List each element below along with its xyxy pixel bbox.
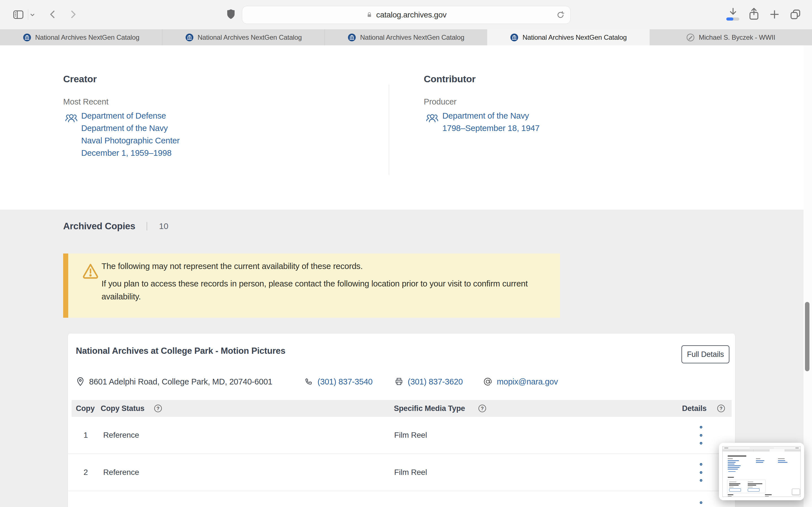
contributor-role-label: Producer <box>424 97 456 107</box>
back-icon[interactable] <box>47 8 59 20</box>
count-divider <box>147 222 147 230</box>
copy-status: Reference <box>103 468 139 477</box>
download-progress-bar <box>726 17 739 20</box>
location-address: 8601 Adelphi Road, College Park, MD, 207… <box>76 375 272 388</box>
location-card: National Archives at College Park - Moti… <box>68 333 735 507</box>
scrollbar-track <box>804 45 812 507</box>
archives-favicon <box>185 33 194 42</box>
share-icon[interactable] <box>747 7 761 21</box>
column-divider <box>389 85 389 175</box>
tab-label: Michael S. Byczek - WWII <box>699 34 775 41</box>
forward-icon[interactable] <box>67 8 79 20</box>
download-icon[interactable] <box>727 7 739 17</box>
tab-nextgen-catalog-2[interactable]: National Archives NextGen Catalog <box>162 29 325 45</box>
copy-number: 1 <box>82 431 89 440</box>
chevron-down-icon[interactable] <box>29 11 36 18</box>
row-menu-kebab-icon[interactable] <box>699 426 703 445</box>
availability-warning: The following may not represent the curr… <box>63 253 560 318</box>
col-specific-media-type: Specific Media Type <box>394 404 465 413</box>
people-group-icon <box>65 113 78 124</box>
scrollbar-thumb[interactable] <box>805 302 809 371</box>
copy-status: Reference <box>103 431 139 440</box>
creator-heading: Creator <box>63 73 97 84</box>
lock-icon <box>366 11 373 18</box>
location-fax: (301) 837-3620 <box>395 375 463 388</box>
archives-favicon <box>23 33 31 42</box>
new-tab-icon[interactable] <box>769 8 780 20</box>
location-pin-icon <box>76 377 85 387</box>
fax-printer-icon <box>395 377 403 386</box>
tab-overview-icon[interactable] <box>789 8 802 21</box>
phone-link[interactable]: (301) 837-3540 <box>317 377 373 386</box>
phone-icon <box>304 377 313 386</box>
pencil-favicon <box>686 33 695 42</box>
table-row: 2 Reference Film Reel <box>68 454 735 491</box>
toolbar-divider <box>28 9 28 20</box>
help-icon[interactable] <box>717 405 725 412</box>
contributor-heading: Contributor <box>424 73 476 84</box>
archived-copies-count: 10 <box>159 221 168 231</box>
col-copy: Copy <box>76 404 95 413</box>
location-email: mopix@nara.gov <box>483 375 558 388</box>
address-text: 8601 Adelphi Road, College Park, MD, 207… <box>89 377 272 386</box>
row-menu-kebab-icon[interactable] <box>699 463 703 482</box>
archived-copies-section: Archived Copies 10 The following may not… <box>0 210 812 507</box>
contributor-links: Department of the Navy 1798–September 18… <box>442 110 540 134</box>
table-row: 1 Reference Film Reel <box>68 417 735 454</box>
tab-label: National Archives NextGen Catalog <box>522 34 627 41</box>
screenshot-preview-thumbnail[interactable] <box>719 443 804 500</box>
archived-copies-title: Archived Copies <box>63 221 135 231</box>
tab-nextgen-catalog-1[interactable]: National Archives NextGen Catalog <box>0 29 162 45</box>
creator-link[interactable]: Department of the Navy <box>81 122 180 134</box>
reload-icon[interactable] <box>556 10 565 21</box>
col-details: Details <box>682 404 707 413</box>
location-phone: (301) 837-3540 <box>304 375 373 388</box>
creator-link[interactable]: Naval Photographic Center <box>81 134 180 147</box>
creator-link[interactable]: Department of Defense <box>81 110 180 122</box>
at-sign-icon <box>483 377 493 386</box>
col-copy-status: Copy Status <box>101 404 144 413</box>
browser-toolbar: catalog.archives.gov <box>0 0 812 29</box>
safari-window: catalog.archives.gov <box>0 0 812 507</box>
screenshot-preview-image <box>722 446 801 497</box>
email-link[interactable]: mopix@nara.gov <box>497 377 558 386</box>
full-details-button[interactable]: Full Details <box>681 345 729 363</box>
archived-copies-header: Archived Copies 10 <box>63 221 168 231</box>
tab-label: National Archives NextGen Catalog <box>35 34 140 41</box>
copies-table-header: Copy Copy Status Specific Media Type Det… <box>71 400 732 417</box>
shield-icon[interactable] <box>224 8 238 20</box>
creator-role-label: Most Recent <box>63 97 109 107</box>
address-bar[interactable]: catalog.archives.gov <box>242 6 571 24</box>
copy-number: 2 <box>82 468 89 477</box>
tab-label: National Archives NextGen Catalog <box>198 34 302 41</box>
warning-icon <box>82 263 99 280</box>
tab-nextgen-catalog-active[interactable]: National Archives NextGen Catalog <box>487 29 650 45</box>
archives-favicon <box>510 33 518 42</box>
contributor-link[interactable]: 1798–September 18, 1947 <box>442 122 540 134</box>
tab-strip: National Archives NextGen Catalog Nation… <box>0 29 812 45</box>
table-row: 3 Reference Video Cassette <box>68 491 735 507</box>
media-type: Film Reel <box>394 431 427 440</box>
warning-line-2: If you plan to access these records in p… <box>101 277 541 303</box>
warning-text: The following may not represent the curr… <box>101 260 541 303</box>
sidebar-icon[interactable] <box>12 8 25 21</box>
page-content: Creator Most Recent Department of Defens… <box>0 45 812 507</box>
people-group-icon <box>426 113 439 124</box>
help-icon[interactable] <box>478 405 486 412</box>
warning-line-1: The following may not represent the curr… <box>101 260 541 273</box>
fax-link[interactable]: (301) 837-3620 <box>408 377 463 386</box>
creator-links: Department of Defense Department of the … <box>81 110 180 159</box>
archives-favicon <box>348 33 356 42</box>
help-icon[interactable] <box>154 405 162 412</box>
row-menu-kebab-icon[interactable] <box>699 501 703 507</box>
tab-nextgen-catalog-3[interactable]: National Archives NextGen Catalog <box>325 29 487 45</box>
creator-link[interactable]: December 1, 1959–1998 <box>81 147 180 159</box>
media-type: Film Reel <box>394 468 427 477</box>
contributor-link[interactable]: Department of the Navy <box>442 110 540 122</box>
tab-byczek-wwii[interactable]: Michael S. Byczek - WWII <box>650 29 812 45</box>
url-text: catalog.archives.gov <box>376 10 446 19</box>
location-title: National Archives at College Park - Moti… <box>76 346 285 356</box>
tab-label: National Archives NextGen Catalog <box>360 34 464 41</box>
